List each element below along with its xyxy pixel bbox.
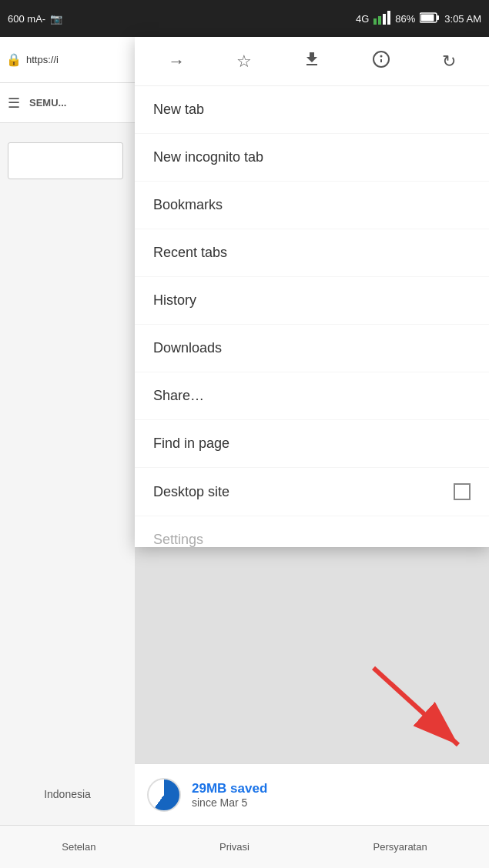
svg-rect-6 [421, 14, 434, 21]
svg-rect-1 [378, 16, 381, 25]
svg-rect-5 [437, 15, 439, 20]
svg-rect-3 [387, 11, 390, 25]
menu-item-new-incognito-tab[interactable]: New incognito tab [135, 134, 489, 182]
status-left: 600 mA- 📷 [8, 13, 62, 25]
nav-bar: ☰ SEMU... [0, 83, 135, 123]
menu-item-desktop-site[interactable]: Desktop site [135, 468, 489, 516]
svg-line-11 [373, 668, 458, 745]
camera-icon: 📷 [50, 13, 62, 25]
address-bar[interactable]: 🔒 https://i [0, 37, 135, 83]
url-text: https://i [26, 54, 59, 65]
menu-item-new-tab[interactable]: New tab [135, 86, 489, 134]
red-arrow-annotation [358, 660, 481, 763]
desktop-site-checkbox[interactable] [454, 483, 471, 500]
time-text: 3:05 AM [444, 13, 481, 25]
status-bar: 600 mA- 📷 4G 86% 3:05 AM [0, 0, 489, 37]
info-icon[interactable] [364, 42, 398, 81]
dropdown-menu: → ☆ ↻ New tab New incognito tab Bookmark… [135, 37, 489, 547]
menu-item-downloads[interactable]: Downloads [135, 325, 489, 372]
menu-item-history[interactable]: History [135, 277, 489, 325]
network-icon: 4G [356, 13, 369, 25]
menu-item-bookmarks[interactable]: Bookmarks [135, 182, 489, 229]
svg-rect-0 [373, 18, 377, 25]
data-saved-amount: 29MB saved [192, 781, 267, 796]
menu-item-settings-partial[interactable]: Settings [135, 516, 489, 547]
bottom-bar: Setelan Privasi Persyaratan [0, 825, 489, 868]
download-page-icon[interactable] [295, 42, 329, 81]
nav-label: SEMU... [29, 97, 66, 108]
dropdown-toolbar: → ☆ ↻ [135, 37, 489, 86]
lock-icon: 🔒 [6, 52, 22, 67]
bottom-tab-setelan[interactable]: Setelan [62, 841, 95, 853]
bottom-tab-persyaratan[interactable]: Persyaratan [373, 841, 427, 853]
indonesia-label: Indonesia [0, 763, 135, 825]
data-saved-bar: 29MB saved since Mar 5 [135, 763, 489, 825]
search-box[interactable] [8, 142, 123, 179]
battery-icon [420, 12, 440, 26]
bottom-tab-privasi[interactable]: Privasi [219, 841, 250, 853]
forward-icon[interactable]: → [160, 44, 193, 79]
refresh-icon[interactable]: ↻ [434, 44, 464, 79]
menu-item-share[interactable]: Share… [135, 372, 489, 420]
menu-item-find-in-page[interactable]: Find in page [135, 420, 489, 468]
data-saved-text: 29MB saved since Mar 5 [192, 781, 267, 809]
status-right: 4G 86% 3:05 AM [356, 11, 481, 27]
battery-percent: 86% [395, 13, 415, 25]
bookmark-icon[interactable]: ☆ [229, 44, 260, 79]
hamburger-icon[interactable]: ☰ [8, 95, 20, 112]
menu-item-recent-tabs[interactable]: Recent tabs [135, 229, 489, 277]
data-saved-since: since Mar 5 [192, 796, 267, 809]
battery-mah-text: 600 mA- [8, 13, 45, 25]
signal-icon [373, 11, 390, 27]
data-saver-logo [147, 778, 181, 812]
svg-rect-2 [383, 14, 386, 25]
